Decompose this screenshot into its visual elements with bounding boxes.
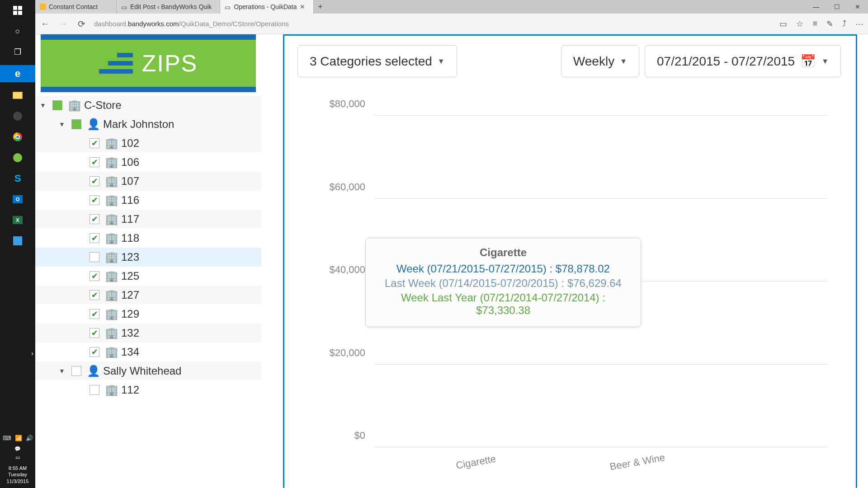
hub-icon[interactable]: ≡ [812,19,817,29]
checkbox[interactable] [90,214,99,224]
checkbox[interactable] [52,100,62,110]
cortana-icon[interactable]: ○ [10,23,25,39]
refresh-button[interactable]: ⟳ [76,19,87,29]
tree-manager[interactable]: ▼ 👤 Sally Whitehead [35,361,261,380]
period-dropdown[interactable]: Weekly ▼ [561,45,639,77]
tree-store[interactable]: 🏢 102 [35,134,261,153]
tab-constant-contact[interactable]: Constant Contact [35,0,117,14]
y-tick-label: $40,000 [329,264,365,276]
sidebar: ZIPS ▼ 🏢 C-Store ▼ 👤 Mark Johnston 🏢 [35,34,261,488]
app-icon[interactable] [10,108,25,124]
address-bar[interactable]: dashboard.bandyworks.com/QuikData_Demo/C… [94,20,772,28]
tab-operations[interactable]: ▭ Operations - QuikData ✕ [220,0,313,14]
svg-rect-3 [18,11,22,15]
tree-label: 125 [121,270,139,282]
tree-label: 106 [121,156,139,169]
checkbox[interactable] [90,328,99,338]
building-icon: 🏢 [105,156,116,169]
checkbox[interactable] [90,195,99,205]
x-axis: CigaretteBeer & Wine [374,456,827,474]
clock-day: Tuesday [8,471,27,478]
tree-store[interactable]: 🏢 132 [35,324,261,343]
chart: $0$20,000$40,000$60,000$80,000 Cigarette… [316,116,827,488]
building-icon: 🏢 [105,232,116,244]
y-tick-label: $80,000 [329,98,365,110]
tree-manager[interactable]: ▼ 👤 Mark Johnston [35,115,261,134]
tab-favicon-icon: ▭ [121,4,127,10]
tree-root[interactable]: ▼ 🏢 C-Store [35,96,261,115]
tree-label: 117 [121,213,139,225]
app-icon-3[interactable] [10,233,25,249]
browser-window: Constant Contact ▭ Edit Post ‹ BandyWork… [35,0,868,488]
checkbox[interactable] [90,233,99,243]
more-icon[interactable]: ⋯ [855,19,863,29]
favorite-icon[interactable]: ☆ [796,19,803,29]
outlook-icon[interactable]: O [10,192,25,207]
start-icon[interactable] [10,3,25,18]
tree-label: 112 [121,384,139,396]
excel-icon[interactable]: X [10,212,25,228]
share-icon[interactable]: ⤴ [842,19,846,29]
caret-down-icon[interactable]: ▼ [59,367,66,375]
building-icon: 🏢 [105,384,116,396]
tree-store[interactable]: 🏢 112 [35,380,261,399]
tree-store[interactable]: 🏢 117 [35,210,261,229]
keyboard-icon[interactable]: ⌨ [3,435,11,441]
daterange-picker[interactable]: 07/21/2015 - 07/27/2015 📅 ▼ [645,45,841,77]
close-tab-icon[interactable]: ✕ [300,3,305,10]
checkbox[interactable] [90,290,99,300]
tab-strip: Constant Contact ▭ Edit Post ‹ BandyWork… [35,0,868,14]
tree-store[interactable]: 🏢 107 [35,172,261,191]
close-window-button[interactable]: ✕ [847,0,868,14]
new-tab-button[interactable]: + [314,0,327,14]
tree-store[interactable]: 🏢 118 [35,229,261,248]
wifi-icon[interactable]: 📶 [15,435,22,441]
skype-icon[interactable]: S [10,171,25,186]
checkbox[interactable] [71,119,81,129]
tab-edit-post[interactable]: ▭ Edit Post ‹ BandyWorks Quik [117,0,220,14]
tree-store[interactable]: 🏢 116 [35,191,261,210]
tree-store[interactable]: 🏢 127 [35,286,261,305]
building-icon: 🏢 [68,99,79,112]
person-icon: 👤 [87,365,98,377]
minimize-button[interactable]: — [806,0,826,14]
caret-down-icon[interactable]: ▼ [59,121,66,128]
explorer-icon[interactable] [10,88,25,103]
checkbox[interactable] [71,366,81,376]
building-icon: 🏢 [105,289,116,301]
checkbox[interactable] [90,271,99,281]
tree-store[interactable]: 🏢 129 [35,305,261,324]
back-button[interactable]: ← [40,19,51,29]
webnote-icon[interactable]: ✎ [826,19,833,29]
checkbox[interactable] [90,157,99,167]
forward-button[interactable]: → [58,19,69,29]
tree-store[interactable]: 🏢 123 [35,248,261,267]
action-center-icon[interactable]: ▭ [15,455,20,460]
tree-store[interactable]: 🏢 125 [35,267,261,286]
maximize-button[interactable]: ☐ [826,0,847,14]
app-icon-2[interactable] [10,150,25,165]
checkbox[interactable] [90,138,99,148]
checkbox[interactable] [90,347,99,357]
caret-down-icon[interactable]: ▼ [40,102,47,109]
flyout-arrow-icon[interactable]: › [31,350,33,357]
task-view-icon[interactable]: ❐ [10,44,25,60]
checkbox[interactable] [90,385,99,395]
tree-label: 127 [121,289,139,301]
categories-dropdown[interactable]: 3 Categories selected ▼ [297,45,457,77]
checkbox[interactable] [90,252,99,262]
volume-icon[interactable]: 🔊 [26,435,33,441]
tree-label: Mark Johnston [103,118,174,131]
system-tray[interactable]: ⌨📶🔊 [3,435,33,441]
checkbox[interactable] [90,176,99,186]
url-prefix: dashboard. [94,20,128,28]
chrome-icon[interactable] [10,129,25,145]
brand-logo: ZIPS [41,34,256,92]
clock-time[interactable]: 8:55 AM [9,465,27,471]
tree-store[interactable]: 🏢 134 [35,343,261,361]
tree-store[interactable]: 🏢 106 [35,153,261,172]
checkbox[interactable] [90,309,99,319]
edge-icon[interactable]: e [0,65,35,82]
reading-view-icon[interactable]: ▭ [779,19,787,29]
notification-icon[interactable]: 💬 [14,446,21,452]
